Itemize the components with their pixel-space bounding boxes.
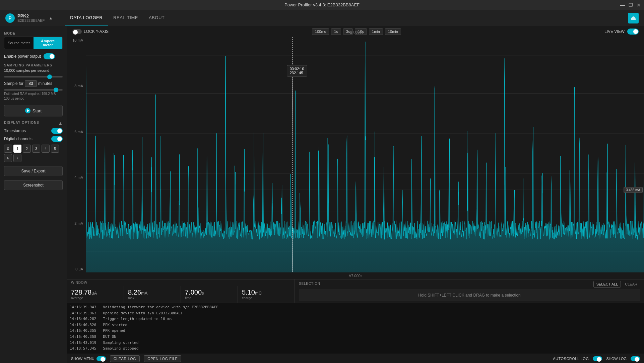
y-label-8ma: 8 mA [68,84,83,88]
nav-right-icon[interactable] [628,13,639,23]
y-label-4ma: 4 mA [68,175,83,179]
select-all-button[interactable]: SELECT ALL [593,281,621,288]
selection-section: SELECTION SELECT ALL CLEAR Hold SHIFT+LE… [295,279,644,303]
channel-buttons: 0 1 2 3 4 5 6 7 [4,145,63,162]
selection-header: SELECTION SELECT ALL CLEAR [299,281,640,288]
ch-btn-4[interactable]: 4 [42,145,50,153]
digital-channels-label: Digital channels [4,137,33,141]
window-label: WINDOW [71,281,87,284]
enable-power-label: Enable power output [4,54,41,59]
nav-right [628,13,639,23]
log-content: 14:16:39.947 Validating firmware for dev… [67,303,644,354]
minimize-button[interactable]: — [620,2,625,8]
stat-charge-label: charge [242,296,291,300]
log-line: 14:16:39.947 Validating firmware for dev… [70,304,641,310]
ch-btn-5[interactable]: 5 [51,145,59,153]
close-button[interactable]: ✕ [636,2,641,8]
chart-toolbar: LOCK Y-AXIS 100ms 1s 3s 10s 1min 10min Δ… [67,26,644,37]
time-buttons-group: 100ms 1s 3s 10s 1min 10min Δ7.000s [113,28,600,35]
source-meter-btn[interactable]: Source meter [4,37,34,49]
nav-item-data-logger[interactable]: DATA LOGGER [65,10,108,26]
ch-btn-3[interactable]: 3 [32,145,40,153]
stat-charge-value: 5.10mC [242,289,291,296]
y-label-6ma: 6 mA [68,130,83,134]
device-icon: P [5,13,15,23]
ch-btn-6[interactable]: 6 [4,154,12,162]
ch-btn-2[interactable]: 2 [23,145,31,153]
device-info: P PPK2 E2B332BB8AEF ▲ [5,13,54,23]
navbar: P PPK2 E2B332BB8AEF ▲ DATA LOGGER REAL-T… [0,10,644,26]
stats-grid: 728.78µA average 8.26mA max [67,286,295,303]
screenshot-button[interactable]: Screenshot [4,180,63,190]
log-line: 14:18:57.345 Sampling stopped [70,346,641,352]
time-btn-1s[interactable]: 1s [331,28,341,35]
chart-container: 10 mA 8 mA 6 mA 4 mA 2 mA 0 µA [67,37,644,279]
time-btn-100ms[interactable]: 100ms [312,28,329,35]
title: Power Profiler v3.4.3: E2B332BB8AEF [284,2,360,7]
ch-btn-0[interactable]: 0 [4,145,12,153]
show-menu-label: SHOW MENU [71,357,94,361]
clear-button[interactable]: CLEAR [622,281,640,288]
timestamps-toggle[interactable] [51,128,63,134]
timestamps-row: Timestamps [4,128,63,134]
sample-for-row: Sample for minutes [4,80,63,87]
stats-bar: WINDOW 728.78µA average 8.26mA [67,279,644,303]
chart-inner: 10 mA 8 mA 6 mA 4 mA 2 mA 0 µA [67,37,644,272]
display-options-header[interactable]: DISPLAY OPTIONS ▲ [4,120,63,126]
device-details: PPK2 E2B332BB8AEF [17,13,45,22]
enable-power-toggle[interactable] [44,53,55,59]
chevron-up-icon: ▲ [58,120,63,126]
lock-y-axis-toggle[interactable] [72,29,82,34]
nav-item-real-time[interactable]: REAL-TIME [108,10,143,26]
show-menu-toggle[interactable] [96,356,106,361]
sample-duration-slider[interactable] [4,89,63,91]
restore-button[interactable]: ❐ [628,2,633,8]
stat-time: 7.000s time [181,286,238,303]
nav-item-about[interactable]: ABOUT [143,10,170,26]
sample-rate-slider[interactable] [4,76,63,77]
stat-max: 8.26mA max [124,286,181,303]
log-line: 14:16:40.282 Trigger length updated to 1… [70,316,641,322]
window-label-row: WINDOW [67,279,295,286]
sampling-params-label: SAMPLING PARAMETERS [4,63,63,67]
clear-log-button[interactable]: CLEAR LOG [110,355,140,362]
selection-label: SELECTION [299,282,320,286]
ampere-meter-btn[interactable]: Ampere meter [34,37,63,49]
ch-btn-1[interactable]: 1 [13,145,21,153]
device-name: PPK2 [17,13,45,18]
ram-info: Estimated RAM required 199.2 MB 100 us p… [4,92,63,101]
y-label-10ma: 10 mA [68,38,83,42]
chart-plot[interactable]: 00:02:10 232.145 3.456 mA [86,37,644,272]
autoscroll-toggle[interactable] [593,356,602,361]
time-btn-1min[interactable]: 1min [369,28,383,35]
log-line: 14:16:40.355 PPK opened [70,328,641,334]
chart-svg [86,37,644,272]
sample-for-input[interactable] [25,80,37,87]
mode-buttons: Source meter Ampere meter [4,37,63,49]
stat-average: 728.78µA average [67,286,124,303]
show-log-toggle[interactable] [631,356,640,361]
display-options-label: DISPLAY OPTIONS [4,121,39,124]
device-menu-icon[interactable]: ▲ [47,16,54,20]
live-view-toggle[interactable] [627,29,639,35]
selection-placeholder: Hold SHIFT+LEFT CLICK and DRAG to make a… [299,289,640,301]
save-export-button[interactable]: Save / Export [4,166,63,176]
app: P PPK2 E2B332BB8AEF ▲ DATA LOGGER REAL-T… [0,10,644,363]
digital-channels-toggle[interactable] [51,136,63,142]
sample-for-label: Sample for [4,81,23,86]
lock-y-axis-row: LOCK Y-AXIS [72,29,109,34]
open-log-file-button[interactable]: OPEN LOG FILE [144,355,181,362]
ch-btn-7[interactable]: 7 [13,154,21,162]
sampling-section: SAMPLING PARAMETERS 10,000 samples per s… [4,63,63,101]
chart-bottom: Δ7.000s [67,272,644,279]
log-area: 14:16:39.947 Validating firmware for dev… [67,303,644,363]
stat-time-label: time [185,296,234,300]
stat-average-value: 728.78µA [71,289,120,296]
log-line: 14:16:39.963 Opening device with s/n E2B… [70,310,641,316]
y-axis: 10 mA 8 mA 6 mA 4 mA 2 mA 0 µA [67,37,86,272]
show-menu-row: SHOW MENU [71,356,106,361]
start-button[interactable]: Start [4,105,63,116]
log-footer-right: AUTOSCROLL LOG SHOW LOG [553,356,640,361]
autoscroll-label: AUTOSCROLL LOG [553,357,589,361]
time-btn-10min[interactable]: 10min [385,28,401,35]
